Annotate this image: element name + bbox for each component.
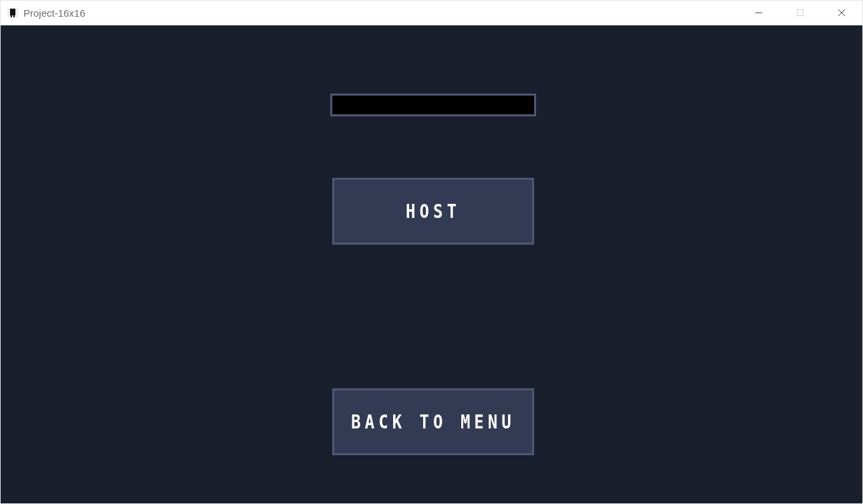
back-to-menu-button-label: BACK TO MENU (351, 410, 515, 433)
maximize-button[interactable] (779, 1, 821, 25)
svg-rect-5 (797, 10, 804, 16)
close-button[interactable] (821, 1, 862, 25)
app-icon (7, 7, 18, 18)
host-button-label: HOST (406, 200, 461, 223)
host-button[interactable]: HOST (332, 178, 534, 245)
svg-rect-2 (11, 15, 12, 17)
minimize-button[interactable] (738, 1, 779, 25)
window-titlebar: Project-16x16 (0, 0, 863, 25)
game-client-area: HOST BACK TO MENU (0, 25, 863, 504)
back-to-menu-button[interactable]: BACK TO MENU (332, 388, 534, 455)
window-title: Project-16x16 (23, 7, 86, 19)
svg-rect-1 (10, 9, 15, 15)
svg-rect-3 (13, 15, 15, 17)
window-controls (738, 1, 862, 25)
port-input[interactable] (330, 94, 536, 116)
